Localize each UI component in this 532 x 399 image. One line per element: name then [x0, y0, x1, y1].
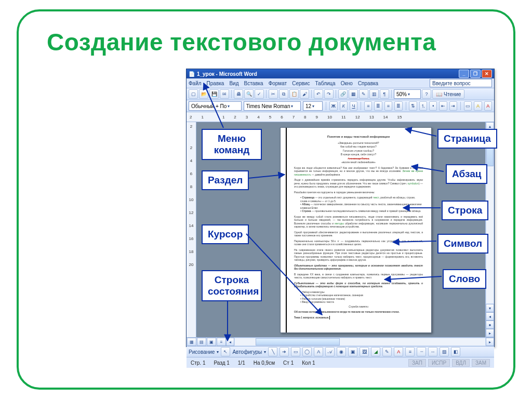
menu-bar[interactable]: Файл Правка Вид Вставка Формат Сервис Та… [187, 78, 494, 88]
align-justify-icon[interactable]: ≣ [394, 101, 402, 111]
horizontal-scrollbar[interactable]: ▦ ▤ ▣ ≡ ◂ ▸ [187, 337, 494, 346]
zoom-combo[interactable]: 50%▾ [394, 89, 421, 99]
close-button[interactable]: ✕ [482, 70, 492, 78]
formatting-toolbar[interactable]: Обычный + По▾ Times New Roman▾ 12▾ Ж К Ч… [187, 100, 494, 112]
align-left-icon[interactable]: ≡ [364, 101, 372, 111]
italic-button[interactable]: К [340, 101, 348, 111]
scroll-right-icon[interactable]: ▸ [486, 338, 494, 346]
status-ext[interactable]: ВДЛ [452, 359, 470, 367]
diagram-icon[interactable]: ◉ [337, 347, 346, 356]
web-view-icon[interactable]: ▤ [197, 338, 206, 346]
oval-tool-icon[interactable]: ◯ [302, 347, 312, 356]
help-icon[interactable]: ? [422, 89, 431, 99]
status-rec[interactable]: ЗАП [408, 359, 426, 367]
bullets-icon[interactable]: • [429, 101, 437, 111]
line-color-icon[interactable]: ✎ [382, 347, 392, 356]
columns-icon[interactable]: ▥ [369, 89, 379, 99]
vertical-scrollbar[interactable]: ▴ ▾ ◂ ● ▸ [485, 122, 494, 337]
arrow-tool-icon[interactable]: ➔ [280, 347, 289, 356]
border-icon[interactable]: ▭ [464, 101, 472, 111]
copy-icon[interactable]: ⧉ [279, 89, 288, 99]
shadow-icon[interactable]: ▧ [440, 347, 449, 356]
drawing-toolbar[interactable]: Рисование▾ ↖ Автофигуры▾ ╲ ➔ ▭ ◯ A 𝒜 ◉ ▣… [187, 346, 494, 357]
numbering-icon[interactable]: ⒈ [419, 101, 427, 111]
drawing-icon[interactable]: ✎ [359, 89, 368, 99]
spellcheck-icon[interactable]: ✓ [255, 89, 264, 99]
document-page[interactable]: Понятие и виды текстовой информации «Зве… [280, 127, 432, 333]
dedent-icon[interactable]: ⇤ [439, 101, 447, 111]
print-view-icon[interactable]: ▣ [207, 338, 216, 346]
font-combo[interactable]: Times New Roman▾ [244, 101, 301, 111]
menu-file[interactable]: Файл [189, 81, 202, 86]
new-icon[interactable]: ▢ [189, 89, 198, 99]
paste-icon[interactable]: 📋 [289, 89, 299, 99]
select-objects-icon[interactable]: ↖ [221, 347, 230, 356]
status-ovr[interactable]: ЗАМ [472, 359, 490, 367]
preview-icon[interactable]: 🔍 [244, 89, 254, 99]
menu-edit[interactable]: Правка [207, 81, 224, 86]
menu-insert[interactable]: Вставка [244, 81, 263, 86]
maximize-button[interactable]: ❐ [470, 70, 481, 78]
standard-toolbar[interactable]: ▢ 📂 💾 ✉ 🖶 🔍 ✓ ✂ ⧉ 📋 🖌 ↶ ↷ 🔗 ▦ ✎ ▥ ¶ 50%▾ [187, 88, 494, 100]
h-scroll-thumb[interactable] [256, 338, 340, 345]
save-icon[interactable]: 💾 [209, 89, 219, 99]
menu-view[interactable]: Вид [229, 81, 238, 86]
minimize-button[interactable]: _ [459, 70, 469, 78]
cut-icon[interactable]: ✂ [269, 89, 278, 99]
fill-color-icon[interactable]: ◢ [371, 347, 380, 356]
menu-help[interactable]: Справка [358, 81, 378, 86]
dash-style-icon[interactable]: ┄ [417, 347, 426, 356]
align-right-icon[interactable]: ≡ [384, 101, 392, 111]
textbox-tool-icon[interactable]: A [314, 347, 323, 356]
wordart-icon[interactable]: 𝒜 [325, 347, 335, 356]
mail-icon[interactable]: ✉ [220, 89, 229, 99]
line-tool-icon[interactable]: ╲ [268, 347, 277, 356]
status-trk[interactable]: ИСПР [428, 359, 450, 367]
rect-tool-icon[interactable]: ▭ [291, 347, 300, 356]
outline-view-icon[interactable]: ≡ [217, 338, 226, 346]
normal-view-icon[interactable]: ▦ [187, 338, 196, 346]
menu-window[interactable]: Окно [341, 81, 353, 86]
scroll-down-icon[interactable]: ▾ [486, 304, 494, 312]
nav-icon[interactable]: ¶ [380, 89, 389, 99]
browse-object-icon[interactable]: ● [486, 321, 494, 329]
3d-icon[interactable]: ◧ [451, 347, 460, 356]
prev-page-icon[interactable]: ◂ [486, 312, 494, 321]
link-icon[interactable]: 🔗 [338, 89, 348, 99]
font-size-combo[interactable]: 12▾ [303, 101, 323, 111]
next-page-icon[interactable]: ▸ [486, 329, 494, 337]
callout-page: Страница [437, 129, 497, 149]
help-question-box[interactable]: Введите вопрос [430, 79, 492, 87]
bold-button[interactable]: Ж [329, 101, 337, 111]
picture-icon[interactable]: 🖼 [360, 347, 369, 356]
format-painter-icon[interactable]: 🖌 [300, 89, 309, 99]
callout-section: Раздел [202, 170, 249, 190]
underline-button[interactable]: Ч [350, 101, 357, 111]
undo-icon[interactable]: ↶ [314, 89, 323, 99]
vertical-ruler[interactable]: 2 2 4 6 8 10 12 14 16 18 20 [187, 122, 196, 337]
highlight-icon[interactable]: A [474, 101, 482, 111]
scroll-left-icon[interactable]: ◂ [226, 338, 234, 346]
line-style-icon[interactable]: ≡ [405, 347, 415, 356]
menu-format[interactable]: Формат [269, 81, 287, 86]
menu-table[interactable]: Таблица [315, 81, 335, 86]
redo-icon[interactable]: ↷ [324, 89, 334, 99]
align-center-icon[interactable]: ≣ [374, 101, 382, 111]
reading-view-button[interactable]: 📖 Чтение [432, 89, 464, 99]
callout-menu: Меню команд [202, 129, 262, 160]
clipart-icon[interactable]: ▣ [348, 347, 357, 356]
style-combo[interactable]: Обычный + По▾ [189, 101, 242, 111]
menu-tools[interactable]: Сервис [292, 81, 310, 86]
print-icon[interactable]: 🖶 [234, 89, 243, 99]
table-icon[interactable]: ▦ [349, 89, 358, 99]
open-icon[interactable]: 📂 [199, 89, 208, 99]
horizontal-ruler[interactable]: 2 1 1 2 3 4 5 6 7 8 9 10 11 12 13 14 15 [187, 112, 494, 122]
drawing-menu[interactable]: Рисование [189, 349, 215, 355]
line-spacing-icon[interactable]: ⇅ [409, 101, 417, 111]
font-color2-icon[interactable]: A [394, 347, 403, 356]
window-titlebar[interactable]: 📄 1_урок - Microsoft Word _ ❐ ✕ [187, 69, 494, 78]
autoshapes-menu[interactable]: Автофигуры [232, 349, 262, 355]
indent-icon[interactable]: ⇥ [449, 101, 457, 111]
font-color-icon[interactable]: A [484, 101, 492, 111]
arrow-style-icon[interactable]: ↔ [428, 347, 437, 356]
